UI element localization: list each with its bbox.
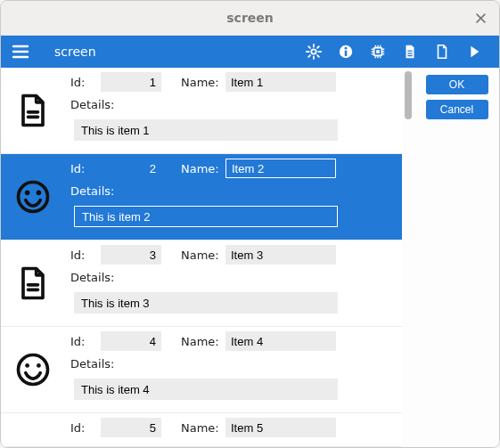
details-label: Details: [70, 271, 114, 284]
window: screen screen Id:Name:Details: [0, 0, 500, 448]
toolbar: screen [1, 36, 499, 68]
fields: Id:Name:Details: [65, 154, 402, 240]
file-icon[interactable] [394, 36, 426, 68]
fields: Id:Name:Details: [65, 327, 402, 412]
svg-point-10 [25, 363, 29, 368]
id-input[interactable] [101, 72, 161, 92]
toolbar-title: screen [54, 45, 96, 59]
chip-icon[interactable] [362, 36, 394, 68]
document-icon [1, 68, 65, 153]
name-label: Name: [181, 248, 224, 262]
id-input[interactable] [101, 159, 161, 178]
cancel-button[interactable]: Cancel [426, 100, 488, 119]
details-label: Details: [70, 98, 114, 111]
list-item[interactable]: Id:Name:Details: [1, 327, 402, 413]
svg-rect-5 [376, 50, 380, 53]
details-input[interactable] [74, 292, 338, 314]
name-label: Name: [181, 162, 224, 175]
scrollbar-thumb[interactable] [405, 71, 412, 119]
name-label: Name: [181, 335, 224, 348]
svg-point-7 [25, 191, 29, 195]
id-label: Id: [70, 248, 99, 262]
titlebar: screen [1, 1, 499, 36]
gear-icon[interactable] [298, 36, 330, 68]
fields: Id:Name:Details: [65, 240, 402, 326]
svg-point-0 [311, 49, 316, 53]
details-label: Details: [70, 357, 114, 371]
body: Id:Name:Details:Id:Name:Details:Id:Name:… [1, 68, 499, 447]
name-label: Name: [181, 421, 224, 435]
list-item[interactable]: Id:Name: [1, 413, 402, 447]
id-input[interactable] [101, 245, 161, 265]
play-icon[interactable] [458, 36, 490, 68]
name-label: Name: [181, 76, 224, 89]
id-input[interactable] [101, 418, 161, 437]
details-input[interactable] [74, 379, 338, 400]
details-input[interactable] [74, 119, 338, 141]
name-input[interactable] [225, 245, 336, 265]
fields: Id:Name:Details: [65, 68, 402, 153]
scrollbar[interactable] [402, 68, 414, 447]
name-input[interactable] [225, 331, 336, 351]
close-icon[interactable] [471, 8, 490, 28]
svg-point-8 [37, 191, 41, 195]
smiley-icon [1, 327, 65, 412]
svg-point-11 [37, 363, 41, 368]
id-label: Id: [70, 421, 99, 435]
id-input[interactable] [101, 331, 161, 351]
list-item[interactable]: Id:Name:Details: [1, 68, 402, 154]
name-input[interactable] [225, 418, 336, 437]
button-panel: OK Cancel [414, 68, 499, 447]
window-title: screen [226, 11, 274, 25]
name-input[interactable] [225, 159, 336, 178]
id-label: Id: [70, 76, 99, 89]
id-label: Id: [70, 162, 99, 175]
document-icon [1, 413, 65, 446]
name-input[interactable] [225, 72, 336, 92]
info-icon[interactable] [330, 36, 362, 68]
svg-point-2 [345, 47, 348, 50]
list-item[interactable]: Id:Name:Details: [1, 154, 402, 240]
smiley-icon [1, 154, 65, 240]
details-input[interactable] [74, 206, 338, 227]
list[interactable]: Id:Name:Details:Id:Name:Details:Id:Name:… [1, 68, 402, 447]
menu-icon[interactable] [10, 41, 31, 62]
ok-button[interactable]: OK [426, 75, 488, 94]
svg-rect-3 [345, 51, 348, 56]
details-label: Details: [70, 184, 114, 198]
list-item[interactable]: Id:Name:Details: [1, 240, 402, 327]
new-file-icon[interactable] [426, 36, 458, 68]
list-wrap: Id:Name:Details:Id:Name:Details:Id:Name:… [1, 68, 414, 447]
fields: Id:Name: [65, 413, 402, 446]
document-icon [1, 240, 65, 326]
id-label: Id: [70, 335, 99, 348]
